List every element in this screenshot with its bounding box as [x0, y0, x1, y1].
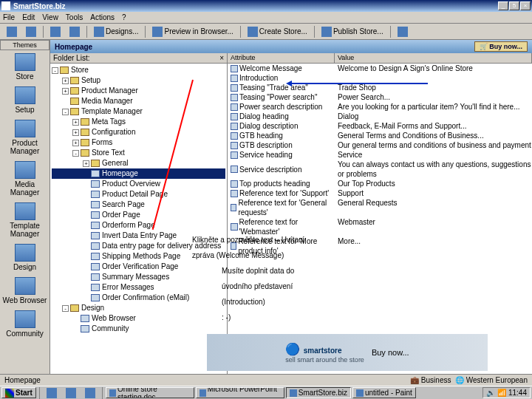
tray-icon[interactable]: 🔊 [486, 389, 495, 397]
nav-setup[interactable]: Setup [0, 83, 50, 117]
task-button[interactable]: SmartStore.biz [286, 387, 351, 398]
task-button[interactable]: Online store starting.doc [106, 387, 194, 398]
tray-icon[interactable]: 📶 [497, 389, 506, 397]
col-value[interactable]: Value [335, 53, 532, 63]
close-pane-icon[interactable]: × [219, 53, 224, 63]
menu-help[interactable]: ? [122, 13, 126, 21]
list-row[interactable]: Dialog descriptionFeedback, E-Mail Forms… [228, 121, 532, 131]
tree-node[interactable]: Orderform Page [52, 220, 225, 231]
list-row[interactable]: Reference text for 'General requests'Gen… [228, 198, 532, 217]
publish-store-button[interactable]: Publish Store... [318, 25, 387, 38]
task-button[interactable]: Microsoft PowerPoint - ... [196, 387, 284, 398]
tree-node[interactable]: Media Manager [52, 96, 225, 106]
tree-node[interactable]: +Setup [52, 75, 225, 86]
nav-icon [15, 277, 35, 295]
smartstore-banner[interactable]: 🔵 smartstore sell smart around the store… [207, 334, 488, 371]
tree-node[interactable]: -Store [52, 65, 225, 75]
tool-extra[interactable] [394, 25, 412, 38]
expand-icon[interactable]: + [62, 88, 69, 95]
title-bar: SmartStore.biz _ 5 × [0, 0, 532, 12]
nav-community[interactable]: Community [0, 307, 50, 341]
banner-buy[interactable]: Buy now... [372, 348, 409, 357]
list-row[interactable]: Service headingService [228, 150, 532, 160]
tree-node[interactable]: Search Page [52, 200, 225, 210]
quicklaunch[interactable] [62, 386, 80, 400]
tree-node[interactable]: +Meta Tags [52, 117, 225, 127]
expand-icon[interactable]: - [72, 150, 79, 157]
expand-icon[interactable]: - [52, 67, 58, 74]
extra-icon [398, 27, 408, 37]
restore-button[interactable]: 5 [509, 1, 519, 10]
tree-node[interactable]: Order Page [52, 210, 225, 220]
menu-actions[interactable]: Actions [90, 13, 115, 21]
expand-icon[interactable]: + [72, 129, 79, 136]
nav-media-manager[interactable]: Media Manager [0, 158, 50, 200]
nav-web-browser[interactable]: Web Browser [0, 274, 50, 307]
page-icon [81, 325, 89, 332]
list-row[interactable]: Power search descriptionAre you looking … [228, 102, 532, 112]
buy-now-button[interactable]: 🛒 Buy now... [474, 41, 528, 52]
list-row[interactable]: Service descriptionYou can always contac… [228, 160, 532, 179]
list-row[interactable]: GTB headingGeneral Terms and Conditions … [228, 131, 532, 140]
page-icon [91, 180, 100, 188]
tree-node[interactable]: Homepage [52, 168, 225, 179]
tree-node[interactable]: Product Overview [52, 179, 225, 189]
folder-tree[interactable]: -Store+Setup+Product ManagerMedia Manage… [50, 64, 227, 374]
col-attribute[interactable]: Attribute [228, 53, 335, 63]
list-row[interactable]: GTB descriptionOur general terms and con… [228, 140, 532, 150]
tree-node[interactable]: -Template Manager [52, 106, 225, 117]
tree-node[interactable]: Community [52, 324, 225, 334]
list-row[interactable]: Top products headingOur Top Products [228, 179, 532, 188]
expand-icon[interactable]: + [62, 78, 69, 84]
separator [39, 387, 40, 399]
system-tray[interactable]: 🔊 📶 11:44 [482, 387, 531, 398]
tool-open[interactable] [22, 25, 40, 38]
expand-icon[interactable]: + [72, 140, 79, 146]
list-row[interactable]: Teasing "Power search"Power Search... [228, 92, 532, 102]
nav-template-manager[interactable]: Template Manager [0, 200, 50, 241]
tool-new[interactable] [3, 25, 21, 38]
folder-icon [81, 149, 89, 157]
start-button[interactable]: Start [1, 387, 36, 398]
menu-tools[interactable]: Tools [66, 13, 83, 21]
tree-node[interactable]: +Configuration [52, 127, 225, 137]
themes-tab[interactable]: Themes [0, 40, 50, 50]
task-button[interactable]: untitled - Paint [352, 387, 416, 398]
list-row[interactable]: Welcome MessageWelcome to Design A Sign'… [228, 64, 532, 73]
list-row[interactable]: Reference text for 'Support'Support [228, 188, 532, 198]
taskbar: Start Online store starting.docMicrosoft… [0, 386, 532, 399]
menu-view[interactable]: View [42, 13, 58, 21]
clock[interactable]: 11:44 [508, 389, 527, 397]
quicklaunch[interactable] [43, 386, 61, 400]
expand-icon[interactable]: - [62, 109, 69, 115]
list-row[interactable]: Dialog headingDialog [228, 112, 532, 121]
attribute-list[interactable]: Welcome MessageWelcome to Design A Sign'… [228, 64, 532, 374]
preview-icon [152, 27, 163, 37]
nav-icon [15, 202, 35, 220]
designs-button[interactable]: Designs... [90, 25, 142, 38]
close-button[interactable]: × [520, 1, 531, 10]
tool-copy[interactable] [66, 25, 83, 38]
tree-node[interactable]: +General [52, 158, 225, 168]
tree-node[interactable]: Product Detail Page [52, 189, 225, 200]
tool-save[interactable] [47, 25, 64, 38]
nav-product-manager[interactable]: Product Manager [0, 117, 50, 158]
nav-design[interactable]: Design [0, 241, 50, 274]
expand-icon[interactable]: - [62, 305, 69, 312]
tree-node[interactable]: +Forms [52, 137, 225, 148]
expand-icon[interactable]: + [83, 160, 89, 167]
copy-icon [69, 27, 80, 37]
expand-icon[interactable]: + [72, 119, 79, 126]
tree-node[interactable]: +Product Manager [52, 86, 225, 96]
menu-edit[interactable]: Edit [22, 13, 35, 21]
menu-file[interactable]: File [3, 13, 15, 21]
list-row[interactable]: Introduction [228, 73, 532, 83]
ql-icon [66, 388, 76, 398]
quicklaunch[interactable] [81, 386, 99, 400]
nav-store[interactable]: Store [0, 50, 50, 83]
minimize-button[interactable]: _ [498, 1, 508, 10]
tree-node[interactable]: -Store Text [52, 148, 225, 158]
create-store-button[interactable]: Create Store... [244, 25, 311, 38]
preview-button[interactable]: Preview in Browser... [149, 25, 236, 38]
nav-icon [15, 310, 35, 328]
